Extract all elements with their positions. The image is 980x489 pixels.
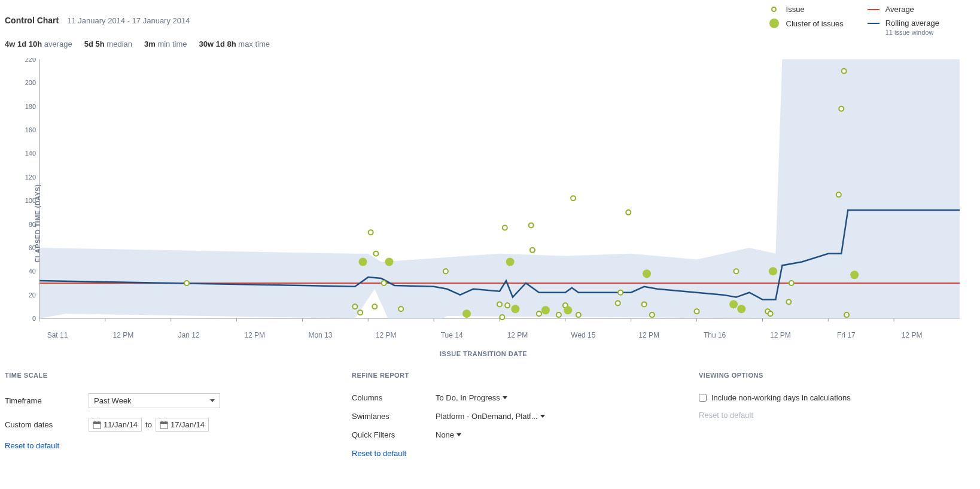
- x-tick: Tue 14: [441, 331, 463, 339]
- issue-point[interactable]: [369, 230, 373, 235]
- issue-point[interactable]: [789, 281, 794, 285]
- issue-point[interactable]: [844, 312, 849, 317]
- filters-dropdown[interactable]: None: [436, 430, 461, 439]
- from-date-input[interactable]: 11/Jan/14: [89, 418, 142, 432]
- stats-bar: 4w 1d 10h average 5d 5h median 3m min ti…: [5, 40, 975, 48]
- issue-point[interactable]: [382, 281, 386, 285]
- x-tick: 12 PM: [638, 331, 659, 339]
- to-separator: to: [145, 420, 152, 429]
- cluster-point[interactable]: [506, 258, 515, 266]
- cluster-point[interactable]: [385, 258, 393, 266]
- svg-text:220: 220: [25, 58, 36, 63]
- issue-point[interactable]: [626, 210, 631, 215]
- viewing-section: VIEWING OPTIONS Include non-working days…: [699, 372, 851, 458]
- svg-rect-32: [99, 421, 100, 423]
- calendar-icon: [93, 421, 101, 429]
- cluster-point[interactable]: [729, 300, 738, 308]
- columns-dropdown[interactable]: To Do, In Progress: [436, 393, 507, 402]
- issue-point[interactable]: [505, 303, 510, 308]
- average-line-icon: [868, 9, 879, 10]
- timeframe-select[interactable]: Past Week: [89, 393, 220, 408]
- svg-text:20: 20: [29, 291, 36, 299]
- cluster-point[interactable]: [358, 258, 367, 266]
- swimlanes-dropdown[interactable]: Platform - OnDemand, Platf...: [436, 412, 545, 421]
- issue-point[interactable]: [530, 248, 535, 253]
- time-scale-section: TIME SCALE Timeframe Past Week Custom da…: [5, 372, 316, 458]
- control-chart[interactable]: 020406080100120140160180200220: [23, 58, 962, 330]
- x-tick: Wed 15: [571, 331, 595, 339]
- issue-point[interactable]: [529, 223, 534, 228]
- issue-point[interactable]: [352, 304, 357, 309]
- to-date-value: 17/Jan/14: [171, 420, 205, 429]
- issue-point[interactable]: [358, 310, 363, 315]
- issue-point[interactable]: [398, 306, 403, 311]
- issue-point[interactable]: [695, 309, 699, 314]
- issue-point[interactable]: [500, 315, 504, 320]
- x-axis-label: ISSUE TRANSITION DATE: [5, 350, 962, 357]
- x-tick: Thu 16: [704, 331, 726, 339]
- svg-rect-30: [93, 422, 101, 424]
- reset-refine-link[interactable]: Reset to default: [352, 449, 663, 458]
- section-header-viewing: VIEWING OPTIONS: [699, 372, 851, 379]
- to-date-input[interactable]: 17/Jan/14: [156, 418, 209, 432]
- legend-rolling: Rolling average: [868, 19, 939, 28]
- issue-point[interactable]: [556, 312, 561, 317]
- cluster-point[interactable]: [850, 271, 859, 279]
- x-tick: 12 PM: [507, 331, 528, 339]
- issue-point[interactable]: [576, 312, 581, 317]
- x-tick: 12 PM: [376, 331, 397, 339]
- issue-point[interactable]: [373, 251, 378, 256]
- issue-point[interactable]: [184, 281, 189, 285]
- issue-point[interactable]: [503, 225, 507, 230]
- cluster-point[interactable]: [541, 306, 550, 314]
- issue-point[interactable]: [768, 311, 773, 316]
- svg-text:120: 120: [25, 174, 36, 181]
- legend-issue-label: Issue: [786, 5, 805, 14]
- x-tick: Fri 17: [837, 331, 856, 339]
- cluster-point[interactable]: [769, 267, 777, 275]
- issue-point[interactable]: [618, 290, 623, 295]
- issue-point[interactable]: [642, 302, 647, 306]
- cluster-point[interactable]: [737, 305, 745, 313]
- cluster-point[interactable]: [564, 306, 572, 314]
- reset-time-scale-link[interactable]: Reset to default: [5, 441, 316, 450]
- x-tick: 12 PM: [244, 331, 265, 339]
- issue-point[interactable]: [372, 304, 377, 309]
- issue-point[interactable]: [497, 302, 502, 306]
- issue-point[interactable]: [842, 69, 847, 74]
- issue-point[interactable]: [786, 299, 791, 304]
- issue-point[interactable]: [734, 269, 738, 274]
- svg-text:80: 80: [29, 221, 36, 228]
- legend-rolling-sub: 11 issue window: [885, 29, 939, 36]
- filters-value: None: [436, 430, 454, 439]
- svg-rect-34: [160, 422, 168, 424]
- x-tick: Mon 13: [308, 331, 332, 339]
- from-date-value: 11/Jan/14: [104, 420, 138, 429]
- x-tick: Jan 12: [178, 331, 200, 339]
- issue-point[interactable]: [537, 311, 541, 316]
- svg-rect-36: [165, 421, 166, 423]
- stat-average: 4w 1d 10h average: [5, 40, 72, 48]
- svg-text:160: 160: [25, 126, 36, 133]
- section-header-refine: REFINE REPORT: [352, 372, 663, 379]
- timeframe-value: Past Week: [94, 396, 132, 405]
- cluster-point[interactable]: [511, 305, 519, 313]
- svg-text:200: 200: [25, 79, 36, 86]
- issue-point[interactable]: [571, 196, 576, 201]
- issue-point[interactable]: [836, 192, 841, 197]
- rolling-line-icon: [868, 23, 879, 24]
- issue-point[interactable]: [616, 300, 620, 305]
- refine-section: REFINE REPORT Columns To Do, In Progress…: [352, 372, 663, 458]
- x-tick: Sat 11: [47, 331, 68, 339]
- cluster-marker-icon: [769, 19, 779, 28]
- legend-average: Average: [868, 5, 939, 14]
- cluster-point[interactable]: [462, 309, 471, 318]
- columns-value: To Do, In Progress: [436, 393, 500, 402]
- legend-issue: Issue: [768, 5, 844, 14]
- cluster-point[interactable]: [643, 269, 651, 278]
- issue-point[interactable]: [839, 107, 844, 111]
- issue-point[interactable]: [443, 269, 448, 274]
- custom-dates-label: Custom dates: [5, 420, 89, 429]
- issue-point[interactable]: [650, 312, 655, 317]
- include-nonworking-checkbox[interactable]: [699, 394, 707, 402]
